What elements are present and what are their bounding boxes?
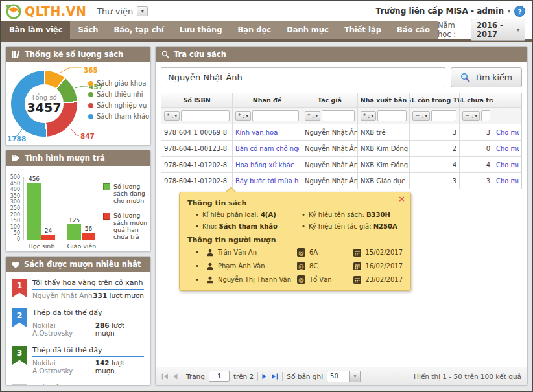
bullet-icon: • xyxy=(195,223,199,230)
donut-legend-item: Sách tham khảo xyxy=(88,113,149,120)
lend-link[interactable]: Cho mượn xyxy=(496,178,519,185)
next-page-button[interactable] xyxy=(262,373,267,380)
bar-legend-item: Số lượng sách đang cho mượn xyxy=(103,183,150,204)
bullet-icon: • xyxy=(195,262,199,270)
filter-input[interactable] xyxy=(322,110,355,121)
nav-tab[interactable]: Báo cáo xyxy=(389,21,438,39)
column-header[interactable]: Nhan đề xyxy=(233,93,302,107)
filter-cell: * :▾ xyxy=(302,108,358,124)
results-table: Số ISBNNhan đềTác giảNhà xuất bảnSL còn … xyxy=(161,93,522,189)
lend-link[interactable]: Cho mượn xyxy=(496,161,519,168)
nav-tab[interactable]: Danh mục xyxy=(279,21,337,39)
first-page-button[interactable] xyxy=(161,373,169,380)
column-header[interactable]: Tác giả xyxy=(302,93,358,107)
nav-tab[interactable]: Sách xyxy=(70,21,106,39)
filter-operator-button[interactable]: * :▾ xyxy=(305,111,320,121)
person-icon xyxy=(206,249,214,257)
book-title[interactable]: Nhà giả kim xyxy=(32,383,144,386)
book-title-link[interactable]: Kính vạn hoa xyxy=(235,129,278,136)
person-icon xyxy=(206,262,214,270)
close-icon[interactable]: × xyxy=(398,194,405,203)
page-of-label: trên 2 xyxy=(233,373,254,380)
column-header[interactable] xyxy=(493,93,521,107)
search-input[interactable] xyxy=(161,67,445,87)
borrower-row: • Trần Văn An @ 6A 15/02/2017 xyxy=(195,248,403,257)
borrow-date: 23/02/2017 xyxy=(365,276,403,283)
filter-input[interactable] xyxy=(431,110,456,121)
legend-dot-icon xyxy=(88,81,93,86)
book-title-link[interactable]: Bàn có năm chỗ ngồi xyxy=(235,145,299,152)
tooltip-field: •Ký hiệu tên tác giả: N250A xyxy=(302,223,403,230)
filter-operator-button[interactable]: = :▾ xyxy=(462,111,480,121)
top-borrowed-item: 1 Tôi thấy hoa vàng trên cỏ xanh Nguyễn … xyxy=(12,278,144,299)
caret-down-icon: ▾ xyxy=(349,371,360,382)
account-caret-icon[interactable]: ▾ xyxy=(508,8,510,14)
lend-link[interactable]: Cho mượn xyxy=(496,129,519,136)
filter-cell: = :▾ xyxy=(460,108,493,124)
nav-tab[interactable]: Lưu thông xyxy=(172,21,230,39)
book-author: Nokilai A.Ostrovsky xyxy=(32,359,95,375)
book-title[interactable]: Tôi thấy hoa vàng trên cỏ xanh xyxy=(32,278,144,290)
borrow-date: 15/02/2017 xyxy=(365,249,403,256)
prev-page-button[interactable] xyxy=(172,373,178,380)
column-header[interactable]: SL chưa trả xyxy=(460,93,493,107)
class-at-icon: @ xyxy=(297,248,305,257)
bullet-icon: • xyxy=(195,276,199,283)
bar-ytick-label: 500 xyxy=(6,175,20,180)
filter-operator-button[interactable]: * :▾ xyxy=(361,111,376,121)
top-borrowed-list: 1 Tôi thấy hoa vàng trên cỏ xanh Nguyễn … xyxy=(6,272,150,386)
nav-tabs: Bàn làm việcSáchBáo, tạp chíLưu thôngBạn… xyxy=(1,21,438,39)
school-year-select[interactable]: 2016 - 2017 ▾ xyxy=(471,19,525,41)
bar-xtick-label: Giáo viên xyxy=(62,242,101,249)
filter-cell: = :▾ xyxy=(410,108,460,124)
borrower-name: Phạm Ánh Vân xyxy=(218,262,265,270)
borrower-row: • Phạm Ánh Vân @ 8C 16/02/2017 xyxy=(195,262,403,270)
bullet-icon: • xyxy=(195,211,199,218)
filter-operator-button[interactable]: = :▾ xyxy=(412,111,430,121)
tooltip-book-title: Thông tin sách xyxy=(187,199,403,207)
account-name[interactable]: Trường liên cấp MISA - admin xyxy=(376,6,504,16)
cell-isbn: 978-604-1-01202-8 xyxy=(161,157,233,172)
borrow-count: 286 lượt mượn xyxy=(95,321,144,337)
nav-tab[interactable]: Bạn đọc xyxy=(230,21,279,39)
borrower-name: Nguyễn Thị Thanh Vân xyxy=(218,276,291,283)
book-title-link[interactable]: Bảy bước tới mùa hè xyxy=(235,178,299,185)
filter-input[interactable] xyxy=(377,110,407,121)
cell-author: Nguyễn Nhật Ánh xyxy=(302,124,358,140)
filter-operator-button[interactable]: * :▾ xyxy=(164,111,180,121)
filter-operator-button[interactable]: * :▾ xyxy=(235,111,251,121)
column-header[interactable]: Số ISBN xyxy=(161,93,233,107)
cell-author: Nguyễn Nhật Ánh xyxy=(302,173,358,189)
book-title-link[interactable]: Hoa hồng xứ khác xyxy=(235,161,294,168)
module-dropdown-button[interactable]: ▾ xyxy=(137,6,148,16)
column-header[interactable]: SL còn trong TV xyxy=(410,93,460,107)
page-number-input[interactable] xyxy=(209,371,230,382)
bar-group: 12556 xyxy=(67,224,95,240)
nav-tab[interactable]: Báo, tạp chí xyxy=(106,21,172,39)
filter-input[interactable] xyxy=(181,110,230,121)
bar-value-label: 24 xyxy=(45,227,52,234)
calendar-icon xyxy=(353,262,361,270)
filter-input[interactable] xyxy=(252,110,299,121)
top-bar: QLTH.VN - Thư viện ▾ Trường liên cấp MIS… xyxy=(1,1,532,21)
bar-ytick-label: 100 xyxy=(6,225,20,230)
nav-tab[interactable]: Bàn làm việc xyxy=(1,21,70,39)
caret-down-icon: ▾ xyxy=(517,27,519,33)
book-title[interactable]: Thép đã tôi thế đấy xyxy=(32,308,144,319)
cell-unreturned: 4 xyxy=(460,157,493,172)
top-borrowed-item: 3 Thép đã tôi thế đấy Nokilai A.Ostrovsk… xyxy=(12,345,144,375)
lend-link[interactable]: Cho mượn xyxy=(496,145,519,152)
page-size-select[interactable]: 50 ▾ xyxy=(327,371,361,382)
top-borrowed-item: 2 Thép đã tôi thế đấy Nokilai A.Ostrovsk… xyxy=(12,308,144,337)
filter-input[interactable] xyxy=(481,110,490,121)
help-icon[interactable]: ? xyxy=(514,6,525,17)
svg-text:?: ? xyxy=(517,7,521,16)
search-button[interactable]: Tìm kiếm xyxy=(451,67,522,87)
book-title[interactable]: Thép đã tôi thế đấy xyxy=(32,345,144,357)
panel-book-search: Tra cứu sách Tìm kiếm Số ISBNNhan đềTác … xyxy=(155,46,528,386)
bar-legend: Số lượng sách đang cho mượn Số lượng sác… xyxy=(103,183,150,240)
last-page-button[interactable] xyxy=(271,373,278,380)
column-header[interactable]: Nhà xuất bản xyxy=(358,93,410,107)
nav-tab[interactable]: Thiết lập xyxy=(337,21,389,39)
cell-isbn: 978-604-1-01202-8 xyxy=(161,173,233,189)
